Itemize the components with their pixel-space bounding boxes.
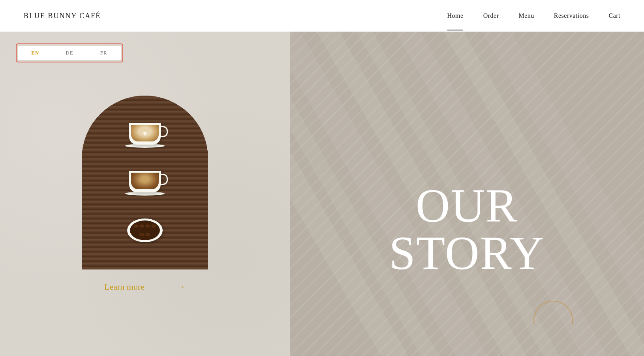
beans-cup	[127, 218, 163, 242]
latte-fill: ♥	[131, 125, 159, 141]
beans-cup-item	[127, 218, 163, 242]
lang-btn-fr[interactable]: FR	[86, 46, 121, 60]
lang-switcher: EN DE FR	[18, 46, 121, 60]
main-content: EN DE FR ♥	[0, 32, 644, 356]
bean-3	[145, 224, 150, 228]
our-story-headline: OUR STORY	[389, 182, 545, 277]
bean-1	[133, 224, 138, 228]
bean-5	[139, 233, 144, 236]
bean-2	[139, 224, 144, 228]
nav-link-reservations[interactable]: Reservations	[554, 12, 589, 19]
headline-story: STORY	[389, 230, 545, 277]
nav-links: Home Order Menu Reservations Cart	[447, 12, 620, 19]
espresso-cup	[129, 171, 161, 192]
headline-our: OUR	[389, 182, 545, 230]
lang-switcher-wrapper: EN DE FR	[16, 43, 123, 62]
espresso-cup-item	[125, 171, 165, 196]
main-nav: BLUE BUNNY CAFÉ Home Order Menu Reservat…	[0, 0, 644, 32]
learn-more-text[interactable]: Learn more	[104, 282, 145, 292]
latte-cup-item: ♥	[125, 123, 165, 148]
lang-btn-de[interactable]: DE	[53, 46, 87, 60]
bean-4	[151, 224, 156, 228]
learn-more-arrow[interactable]: →	[176, 281, 186, 292]
nav-link-cart[interactable]: Cart	[608, 12, 620, 19]
cups-container: ♥	[82, 96, 208, 269]
nav-link-home[interactable]: Home	[447, 12, 464, 19]
nav-link-menu[interactable]: Menu	[518, 12, 534, 19]
bean-6	[145, 233, 150, 236]
heart-latte-art: ♥	[143, 130, 147, 138]
lang-btn-en[interactable]: EN	[18, 46, 53, 60]
site-logo: BLUE BUNNY CAFÉ	[24, 12, 101, 20]
coffee-arch-image: ♥	[82, 96, 208, 269]
learn-more-section: Learn more →	[104, 281, 186, 292]
latte-cup: ♥	[129, 123, 161, 145]
nav-link-order[interactable]: Order	[483, 12, 499, 19]
left-panel: EN DE FR ♥	[0, 32, 290, 356]
beans-fill	[130, 220, 160, 240]
espresso-fill	[131, 173, 159, 189]
right-panel: OUR STORY	[290, 32, 644, 356]
